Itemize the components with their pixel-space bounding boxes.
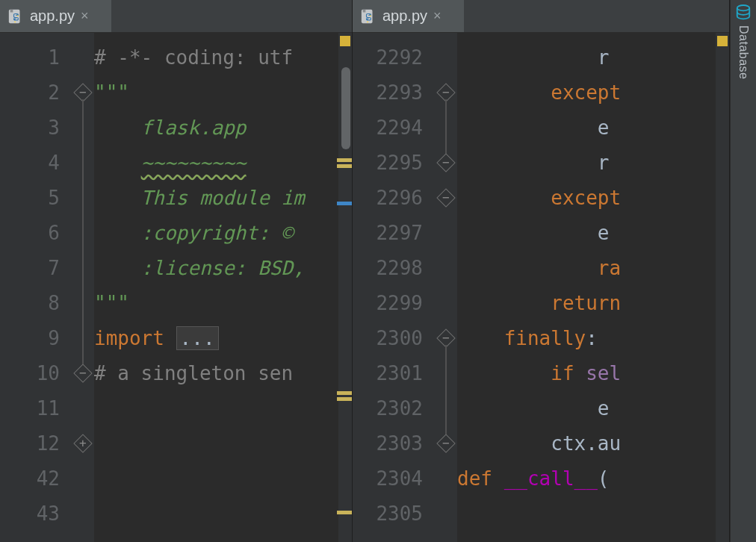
line-number: 1 [0,40,60,75]
database-icon [735,4,752,22]
editor-body[interactable]: 1234567891011124243 # -*- coding: utf"""… [0,33,352,542]
line-number: 2292 [353,40,423,75]
code-line[interactable]: # -*- coding: utf [94,40,352,75]
vertical-scrollbar-thumb[interactable] [341,67,350,149]
code-line[interactable]: """ [94,286,352,321]
code-line[interactable]: e [457,110,729,146]
line-number: 2294 [353,110,423,146]
code-line[interactable]: :copyright: © [94,216,352,251]
warning-marker[interactable] [340,36,350,46]
line-number: 6 [0,216,60,251]
line-number: 2297 [353,216,423,251]
code-line[interactable]: if sel [457,356,729,391]
code-line[interactable]: ra [457,251,729,286]
code-line[interactable]: # a singleton sen [94,356,352,391]
code-line[interactable]: import ... [94,321,352,356]
editor-tab[interactable]: app.py × [353,0,465,32]
marker-strip[interactable] [716,33,729,542]
code-line[interactable]: r [457,146,729,181]
line-number-gutter: 1234567891011124243 [0,33,73,542]
tool-window-stripe[interactable]: Database [730,0,756,542]
line-number: 2293 [353,75,423,110]
svg-point-8 [737,5,750,10]
tab-label: app.py [30,7,75,25]
line-number: 9 [0,321,60,356]
svg-point-3 [14,21,16,22]
line-number: 2305 [353,496,423,532]
python-file-icon [360,8,377,25]
close-icon[interactable]: × [433,8,441,24]
line-number: 12 [0,426,60,461]
close-icon[interactable]: × [81,8,89,24]
range-marker[interactable] [337,158,352,162]
code-line[interactable]: def __call__( [457,461,729,496]
line-number: 43 [0,496,60,532]
fold-guide [445,345,447,437]
code-area[interactable]: r except e r except e ra return finally:… [457,33,729,542]
code-line[interactable]: finally: [457,321,729,356]
code-line[interactable]: ctx.au [457,426,729,461]
range-marker[interactable] [337,164,352,168]
tab-bar: app.py × [353,0,729,33]
fold-toggle-collapse[interactable] [436,153,455,172]
line-number: 2304 [353,461,423,496]
line-number: 2301 [353,356,423,391]
line-number: 2302 [353,391,423,426]
range-marker[interactable] [337,511,352,514]
range-marker[interactable] [337,391,352,395]
code-line[interactable]: This module im [94,181,352,216]
svg-point-7 [367,21,368,22]
line-number: 2296 [353,181,423,216]
line-number: 2298 [353,251,423,286]
svg-point-2 [17,15,19,16]
fold-toggle-expand[interactable] [73,434,92,452]
editor-pane-right: app.py × 2292229322942295229622972298229… [353,0,730,542]
code-line[interactable]: e [457,216,729,251]
code-area[interactable]: # -*- coding: utf""" flask.app ~~~~~~~~~… [94,33,352,542]
line-number: 2295 [353,146,423,181]
line-number: 2303 [353,426,423,461]
svg-point-6 [370,15,371,16]
code-line[interactable]: r [457,40,729,75]
ide-split-view: app.py × 1234567891011124243 # -*- codin… [0,0,756,542]
svg-rect-1 [10,9,13,12]
code-line[interactable]: flask.app [94,110,352,146]
fold-toggle-collapse[interactable] [436,434,455,452]
editor-body[interactable]: 2292229322942295229622972298229923002301… [353,33,729,542]
tool-window-label[interactable]: Database [737,25,750,80]
code-line[interactable]: :license: BSD, [94,251,352,286]
code-line[interactable]: e [457,391,729,426]
tab-bar: app.py × [0,0,352,33]
python-file-icon [7,8,24,25]
tab-label: app.py [382,7,427,25]
editor-tab[interactable]: app.py × [0,0,112,32]
code-line[interactable]: except [457,181,729,216]
line-number-gutter: 2292229322942295229622972298229923002301… [353,33,436,542]
editor-pane-left: app.py × 1234567891011124243 # -*- codin… [0,0,353,542]
svg-rect-5 [363,9,366,12]
info-marker[interactable] [337,202,352,205]
code-line[interactable]: return [457,286,729,321]
fold-guide [445,99,447,156]
fold-toggle-collapse[interactable] [73,364,92,382]
line-number: 2299 [353,286,423,321]
range-marker[interactable] [337,397,352,401]
line-number: 7 [0,251,60,286]
line-number: 42 [0,461,60,496]
line-number: 2300 [353,321,423,356]
marker-strip[interactable] [338,33,352,542]
fold-guide [82,99,84,367]
warning-marker[interactable] [717,36,728,46]
line-number: 3 [0,110,60,146]
line-number: 8 [0,286,60,321]
fold-column[interactable] [73,33,94,542]
code-line[interactable]: ~~~~~~~~~ [94,146,352,181]
line-number: 11 [0,391,60,426]
fold-column[interactable] [436,33,457,542]
line-number: 2 [0,75,60,110]
line-number: 10 [0,356,60,391]
fold-toggle-collapse[interactable] [436,188,455,207]
code-line[interactable]: """ [94,75,352,110]
code-line[interactable]: except [457,75,729,110]
line-number: 4 [0,146,60,181]
